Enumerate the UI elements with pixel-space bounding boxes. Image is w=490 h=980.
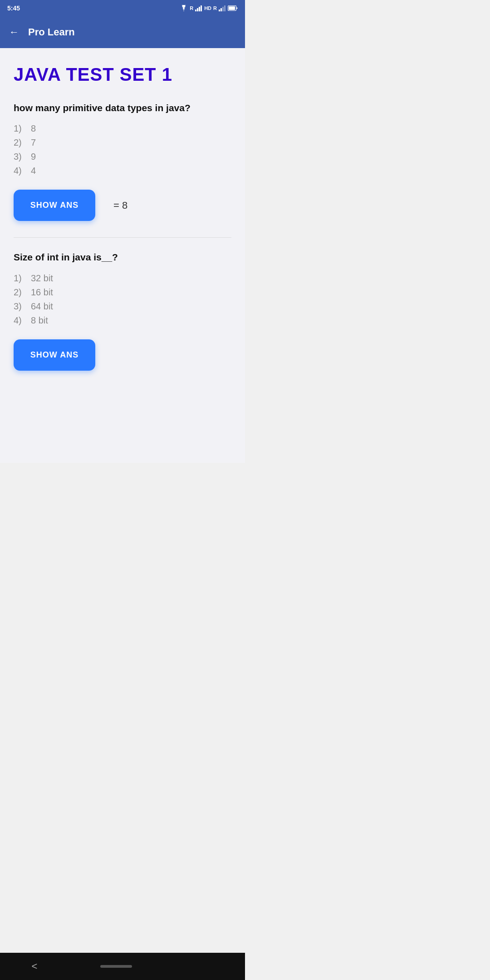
- svg-rect-9: [229, 6, 235, 10]
- option-num: 4): [14, 166, 27, 176]
- question-2-options: 1) 32 bit 2) 16 bit 3) 64 bit 4) 8 bit: [14, 271, 231, 328]
- list-item: 2) 7: [14, 136, 231, 150]
- svg-rect-0: [195, 10, 196, 11]
- list-item: 3) 9: [14, 150, 231, 164]
- signal-icon: [195, 5, 202, 11]
- show-ans-button-2[interactable]: SHOW ANS: [14, 339, 95, 371]
- svg-rect-7: [224, 5, 225, 11]
- question-2-text: Size of int in java is__?: [14, 250, 231, 264]
- svg-rect-5: [220, 8, 222, 11]
- app-bar-title: Pro Learn: [28, 26, 75, 38]
- status-time: 5:45: [7, 5, 20, 12]
- answer-text-1: = 8: [113, 200, 127, 211]
- svg-rect-4: [219, 10, 220, 11]
- app-bar: ← Pro Learn: [0, 16, 245, 48]
- option-value: 8: [31, 123, 36, 134]
- divider-1: [14, 237, 231, 238]
- show-ans-button-1[interactable]: SHOW ANS: [14, 190, 95, 221]
- option-value: 4: [31, 166, 36, 176]
- question-block-1: how many primitive data types in java? 1…: [14, 101, 231, 221]
- list-item: 4) 4: [14, 164, 231, 178]
- signal-r2-label: R: [213, 5, 217, 11]
- svg-rect-6: [222, 7, 224, 11]
- option-num: 4): [14, 315, 27, 326]
- option-value: 9: [31, 152, 36, 162]
- option-value: 32 bit: [31, 273, 53, 284]
- status-bar: 5:45 R HD R: [0, 0, 245, 16]
- show-ans-row-2: SHOW ANS: [14, 339, 231, 371]
- option-num: 2): [14, 137, 27, 148]
- status-icons: R HD R: [180, 5, 238, 11]
- page-title: JAVA TEST SET 1: [14, 64, 231, 85]
- option-value: 7: [31, 137, 36, 148]
- option-num: 3): [14, 301, 27, 312]
- option-value: 8 bit: [31, 315, 48, 326]
- list-item: 1) 32 bit: [14, 271, 231, 285]
- list-item: 2) 16 bit: [14, 285, 231, 299]
- question-1-text: how many primitive data types in java?: [14, 101, 231, 114]
- back-button[interactable]: ←: [9, 26, 19, 38]
- svg-rect-2: [199, 7, 200, 11]
- option-num: 1): [14, 123, 27, 134]
- question-block-2: Size of int in java is__? 1) 32 bit 2) 1…: [14, 250, 231, 370]
- main-content: JAVA TEST SET 1 how many primitive data …: [0, 48, 245, 463]
- battery-icon: [228, 5, 238, 11]
- hd-label: HD: [204, 5, 211, 11]
- show-ans-row-1: SHOW ANS = 8: [14, 190, 231, 221]
- option-num: 2): [14, 287, 27, 298]
- signal-icon-2: [219, 5, 226, 11]
- option-value: 64 bit: [31, 301, 53, 312]
- list-item: 1) 8: [14, 122, 231, 136]
- svg-rect-3: [201, 5, 202, 11]
- wifi-icon: [180, 5, 188, 11]
- question-1-options: 1) 8 2) 7 3) 9 4) 4: [14, 122, 231, 178]
- option-num: 3): [14, 152, 27, 162]
- list-item: 4) 8 bit: [14, 314, 231, 328]
- list-item: 3) 64 bit: [14, 299, 231, 314]
- option-num: 1): [14, 273, 27, 284]
- svg-rect-1: [197, 8, 198, 11]
- option-value: 16 bit: [31, 287, 53, 298]
- signal-r-label: R: [190, 5, 193, 11]
